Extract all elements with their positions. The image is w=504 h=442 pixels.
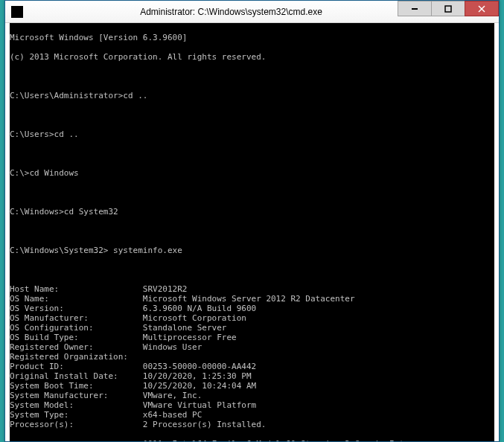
info-row: Host Name: SRV2012R2 <box>10 284 494 294</box>
info-value: 10/25/2020, 10:24:04 AM <box>143 381 256 391</box>
info-row: System Boot Time: 10/25/2020, 10:24:04 A… <box>10 381 494 391</box>
info-label: System Type: <box>10 410 143 420</box>
info-row: Product ID: 00253-50000-00000-AA442 <box>10 362 494 371</box>
window-controls <box>398 1 499 16</box>
info-label: System Manufacturer: <box>10 391 143 400</box>
info-row: OS Configuration: Standalone Server <box>10 323 494 333</box>
info-label: Registered Organization: <box>10 352 143 362</box>
info-row: System Model: VMware Virtual Platform <box>10 400 494 410</box>
info-row: System Manufacturer: VMware, Inc. <box>10 391 494 400</box>
info-value: Standalone Server <box>143 323 227 333</box>
cmd-window: Administrator: C:\Windows\system32\cmd.e… <box>4 0 500 442</box>
titlebar[interactable]: Administrator: C:\Windows\system32\cmd.e… <box>5 1 499 23</box>
info-label: System Model: <box>10 400 143 410</box>
info-value: x64-based PC <box>143 410 202 420</box>
info-row: Processor(s): 2 Processor(s) Installed. <box>10 420 494 429</box>
info-row: OS Name: Microsoft Windows Server 2012 R… <box>10 294 494 304</box>
info-row: Registered Organization: <box>10 352 494 362</box>
info-label: Registered Owner: <box>10 342 143 352</box>
info-label: OS Build Type: <box>10 333 143 342</box>
info-label: Processor(s): <box>10 420 143 429</box>
info-row: Registered Owner: Windows User <box>10 342 494 352</box>
info-value: VMware, Inc. <box>143 391 202 400</box>
info-value: 6.3.9600 N/A Build 9600 <box>143 304 256 313</box>
info-row: System Type: x64-based PC <box>10 410 494 420</box>
info-label: OS Version: <box>10 304 143 313</box>
info-label: Original Install Date: <box>10 371 143 381</box>
svg-rect-1 <box>445 6 451 12</box>
systeminfo-output: Host Name: SRV2012R2OS Name: Microsoft W… <box>10 284 494 429</box>
info-value: SRV2012R2 <box>143 284 188 294</box>
info-value: Multiprocessor Free <box>143 333 237 342</box>
close-button[interactable] <box>465 1 499 16</box>
info-label: OS Configuration: <box>10 323 143 333</box>
info-label: System Boot Time: <box>10 381 143 391</box>
processor-line: [01]: Intel64 Family 6 Model 60 Stepping… <box>10 439 494 441</box>
minimize-button[interactable] <box>398 1 432 16</box>
info-label: OS Manufacturer: <box>10 313 143 323</box>
info-row: Original Install Date: 10/20/2020, 1:25:… <box>10 371 494 381</box>
version-line: Microsoft Windows [Version 6.3.9600] <box>10 33 494 42</box>
maximize-button[interactable] <box>431 1 465 16</box>
command-line: C:\Windows\System32> systeminfo.exe <box>10 246 494 255</box>
info-value: Windows User <box>143 342 202 352</box>
info-label: OS Name: <box>10 294 143 304</box>
info-label: Product ID: <box>10 362 143 371</box>
command-line: C:\Users\Administrator>cd .. <box>10 91 494 100</box>
info-value: 10/20/2020, 1:25:30 PM <box>143 371 252 381</box>
info-label: Host Name: <box>10 284 143 294</box>
command-line: C:\>cd Windows <box>10 168 494 178</box>
info-value: Microsoft Windows Server 2012 R2 Datacen… <box>143 294 355 304</box>
copyright-line: (c) 2013 Microsoft Corporation. All righ… <box>10 52 494 62</box>
info-value: 2 Processor(s) Installed. <box>143 420 267 429</box>
info-row: OS Manufacturer: Microsoft Corporation <box>10 313 494 323</box>
info-value: 00253-50000-00000-AA442 <box>143 362 256 371</box>
info-row: OS Build Type: Multiprocessor Free <box>10 333 494 342</box>
info-value: Microsoft Corporation <box>143 313 246 323</box>
info-value: VMware Virtual Platform <box>143 400 256 410</box>
command-line: C:\Users>cd .. <box>10 129 494 139</box>
info-row: OS Version: 6.3.9600 N/A Build 9600 <box>10 304 494 313</box>
command-line: C:\Windows>cd System32 <box>10 207 494 217</box>
terminal-output[interactable]: Microsoft Windows [Version 6.3.9600] (c)… <box>10 23 494 441</box>
